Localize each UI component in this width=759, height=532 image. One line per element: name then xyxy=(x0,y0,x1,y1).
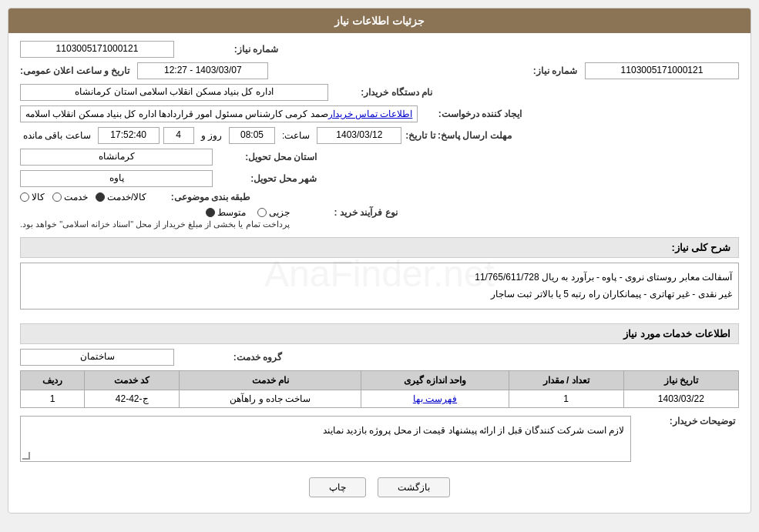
col-service-code: کد خدمت xyxy=(85,371,180,390)
buyer-desc-label: توضیحات خریدار: xyxy=(631,416,739,427)
col-row-num: ردیف xyxy=(21,371,85,390)
pub-datetime-label: تاریخ و ساعت اعلان عمومی: xyxy=(20,65,133,76)
cell-row-num: 1 xyxy=(21,390,85,408)
cell-unit: فهرست بها xyxy=(361,390,509,408)
need-description-row: آسفالت معابر روستای نروی - پاوه - برآورد… xyxy=(20,263,739,316)
process-row: نوع فرآیند خرید : جزیی متوسط پرداخت تمام… xyxy=(20,207,739,229)
creator-value: اطلاعات تماس خریدار صمد کرمی کارشناس مسئ… xyxy=(20,105,418,122)
page-header: جزئیات اطلاعات نیاز xyxy=(8,8,751,33)
need-number-value: 1103005171000121 xyxy=(20,41,174,58)
province-label: استان محل تحویل: xyxy=(213,152,321,162)
process-jozvi-radio[interactable] xyxy=(257,208,267,217)
buyer-org-value: اداره کل بنیاد مسکن انقلاب اسلامی استان … xyxy=(20,84,328,101)
province-value: کرمانشاه xyxy=(20,149,213,166)
deadline-time: 08:05 xyxy=(229,127,275,144)
creator-link[interactable]: اطلاعات تماس خریدار xyxy=(328,109,413,119)
service-section-title: اطلاعات خدمات مورد نیاز xyxy=(20,323,739,344)
category-kala-radio[interactable] xyxy=(20,192,29,202)
cell-date: 1403/03/22 xyxy=(623,390,738,408)
category-kala-item[interactable]: کالا xyxy=(20,192,45,202)
deadline-remaining-label: ساعت باقی مانده xyxy=(20,130,94,141)
process-mottasat-label: متوسط xyxy=(217,207,246,218)
process-mottasat-radio[interactable] xyxy=(206,208,215,217)
deadline-days-label: روز و xyxy=(198,130,225,141)
need-number-label: شماره نیاز: xyxy=(174,44,282,55)
buttons-row: بازگشت چاپ xyxy=(20,470,739,505)
cell-quantity: 1 xyxy=(509,390,623,408)
process-jozvi-label: جزیی xyxy=(269,207,290,218)
table-row: 1403/03/22 1 فهرست بها ساخت جاده و راهآه… xyxy=(21,390,739,408)
cell-service-code: ج-42-42 xyxy=(85,390,180,408)
deadline-row: مهلت ارسال پاسخ: تا تاریخ: 1403/03/12 سا… xyxy=(20,127,739,144)
city-value: پاوه xyxy=(20,170,213,187)
need-number-label2: شماره نیاز: xyxy=(473,65,581,76)
service-group-value: ساختمان xyxy=(20,349,174,366)
category-kala-label: کالا xyxy=(32,192,45,202)
col-unit: واحد اندازه گیری xyxy=(361,371,509,390)
cell-service-name: ساخت جاده و راهآهن xyxy=(180,390,361,408)
process-jozvi-item[interactable]: جزیی xyxy=(257,207,290,218)
need-number-row: شماره نیاز: 1103005171000121 xyxy=(20,41,739,58)
city-row: شهر محل تحویل: پاوه xyxy=(20,170,739,187)
process-label: نوع فرآیند خرید : xyxy=(294,207,401,218)
buyer-desc-value: لازم است شرکت کنندگان قبل از ارائه پیشنه… xyxy=(323,425,624,436)
col-quantity: تعداد / مقدار xyxy=(509,371,623,390)
deadline-date: 1403/03/12 xyxy=(317,127,401,144)
category-khadamat-label: خدمت xyxy=(64,192,88,202)
buyer-notes-row: توضیحات خریدار: لازم است شرکت کنندگان قب… xyxy=(20,416,739,462)
buyer-notes-box: لازم است شرکت کنندگان قبل از ارائه پیشنه… xyxy=(20,416,631,462)
deadline-time-label: ساعت: xyxy=(279,130,313,141)
category-label: طبقه بندی موضوعی: xyxy=(146,192,254,202)
col-service-name: نام خدمت xyxy=(180,371,361,390)
need-description-value: آسفالت معابر روستای نروی - پاوه - برآورد… xyxy=(20,263,739,309)
col-date: تاریخ نیاز xyxy=(623,371,738,390)
unit-link[interactable]: فهرست بها xyxy=(413,393,457,404)
page-title: جزئیات اطلاعات نیاز xyxy=(334,15,425,27)
pub-datetime-value: 1403/03/07 - 12:27 xyxy=(137,62,268,79)
creator-label: ایجاد کننده درخواست: xyxy=(418,109,526,119)
process-mottasat-item[interactable]: متوسط xyxy=(206,207,246,218)
creator-text: صمد کرمی کارشناس مسئول امور قراردادها اد… xyxy=(25,109,328,119)
category-row: طبقه بندی موضوعی: کالا/خدمت خدمت کالا xyxy=(20,192,739,202)
pub-datetime-row: تاریخ و ساعت اعلان عمومی: 1403/03/07 - 1… xyxy=(20,62,739,79)
buyer-org-row: نام دستگاه خریدار: اداره کل بنیاد مسکن ا… xyxy=(20,84,739,101)
city-label: شهر محل تحویل: xyxy=(213,173,321,184)
need-number-value2: 1103005171000121 xyxy=(585,62,739,79)
back-button[interactable]: بازگشت xyxy=(378,477,450,497)
service-group-label: گروه خدمت: xyxy=(178,352,286,363)
service-group-row: گروه خدمت: ساختمان xyxy=(20,349,739,366)
category-kala-khadamat-label: کالا/خدمت xyxy=(107,192,146,202)
process-options: جزیی متوسط xyxy=(20,207,290,218)
category-group: کالا/خدمت خدمت کالا xyxy=(20,192,146,202)
category-kala-khadamat-item[interactable]: کالا/خدمت xyxy=(96,192,146,202)
category-kala-khadamat-radio[interactable] xyxy=(96,192,105,202)
deadline-days: 4 xyxy=(163,127,194,144)
table-header-row: تاریخ نیاز تعداد / مقدار واحد اندازه گیر… xyxy=(21,371,739,390)
buyer-org-label: نام دستگاه خریدار: xyxy=(328,87,436,98)
province-row: استان محل تحویل: کرمانشاه xyxy=(20,149,739,166)
resize-handle[interactable] xyxy=(22,452,30,460)
category-khadamat-item[interactable]: خدمت xyxy=(52,192,88,202)
response-deadline-label: مهلت ارسال پاسخ: تا تاریخ: xyxy=(405,130,515,141)
items-table: تاریخ نیاز تعداد / مقدار واحد اندازه گیر… xyxy=(20,370,739,408)
category-khadamat-radio[interactable] xyxy=(52,192,62,202)
need-description-label: شرح کلی نیاز: xyxy=(671,242,730,253)
need-description-section-title: شرح کلی نیاز: xyxy=(20,237,739,258)
print-button[interactable]: چاپ xyxy=(309,477,366,497)
process-note: پرداخت تمام یا بخشی از مبلغ خریدار از مح… xyxy=(20,219,290,229)
deadline-remaining: 17:52:40 xyxy=(98,127,160,144)
creator-row: ایجاد کننده درخواست: اطلاعات تماس خریدار… xyxy=(20,105,739,122)
